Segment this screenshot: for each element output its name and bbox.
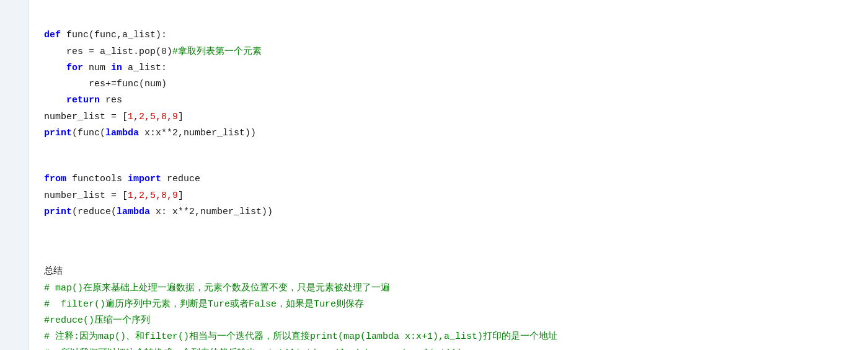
- for-condition: num: [83, 63, 111, 73]
- func-signature: func(func,a_list):: [61, 30, 167, 40]
- list-values-1: 1,2,5,8,9: [128, 112, 178, 122]
- number-list-1: number_list = [: [44, 112, 128, 122]
- print-keyword-1: print: [44, 128, 72, 138]
- reduce-text: reduce: [161, 174, 200, 184]
- functools-text: functools: [66, 174, 128, 184]
- res-assign: res = a_list.pop(0): [66, 47, 172, 57]
- left-gutter: [0, 0, 29, 350]
- return-value: res: [100, 95, 122, 105]
- print-call-1: (func(: [72, 128, 105, 138]
- spacer-1: [44, 141, 853, 155]
- for-keyword: for: [66, 63, 83, 73]
- list-close-2: ]: [178, 191, 184, 201]
- func-definition-block: def func(func,a_list): res = a_list.pop(…: [44, 11, 853, 141]
- number-list-2: number_list = [: [44, 191, 128, 201]
- lambda-keyword-1: lambda: [105, 128, 139, 138]
- import-keyword: import: [128, 174, 161, 184]
- lambda-expr-2: x: x**2,number_list)): [150, 207, 273, 217]
- from-keyword: from: [44, 174, 66, 184]
- functools-block: from functools import reduce number_list…: [44, 155, 853, 220]
- spacer-2: [44, 220, 853, 234]
- lambda-expr-1: x:x**2,number_list)): [139, 128, 256, 138]
- in-keyword: in: [111, 63, 122, 73]
- comment-pop: #拿取列表第一个元素: [172, 47, 262, 57]
- spacer-3: [44, 234, 853, 248]
- return-keyword: return: [66, 95, 100, 105]
- list-close-1: ]: [178, 112, 184, 122]
- print-call-2: (reduce(: [72, 207, 117, 217]
- summary-title: 总结: [44, 266, 63, 277]
- comment-filter: # filter()遍历序列中元素，判断是Ture或者False，如果是Ture…: [44, 299, 364, 310]
- comment-note: # 注释:因为map()、和filter()相当与一个迭代器，所以直接print…: [44, 331, 557, 342]
- lambda-keyword-2: lambda: [117, 207, 150, 217]
- res-plus-assign: res+=func(num): [89, 79, 167, 89]
- summary-block: 总结 # map()在原来基础上处理一遍数据，元素个数及位置不变，只是元素被处理…: [44, 248, 853, 350]
- comment-map: # map()在原来基础上处理一遍数据，元素个数及位置不变，只是元素被处理了一遍: [44, 283, 390, 294]
- for-iterable: a_list:: [122, 63, 167, 73]
- code-area: def func(func,a_list): res = a_list.pop(…: [29, 0, 868, 350]
- page: def func(func,a_list): res = a_list.pop(…: [0, 0, 868, 350]
- comment-solution: # 所以我们可以把这个转换成一个列表的然后输出print(list(map(la…: [44, 348, 463, 351]
- print-keyword-2: print: [44, 207, 72, 217]
- list-values-2: 1,2,5,8,9: [128, 191, 178, 201]
- comment-reduce: #reduce()压缩一个序列: [44, 315, 150, 326]
- def-keyword: def: [44, 30, 61, 40]
